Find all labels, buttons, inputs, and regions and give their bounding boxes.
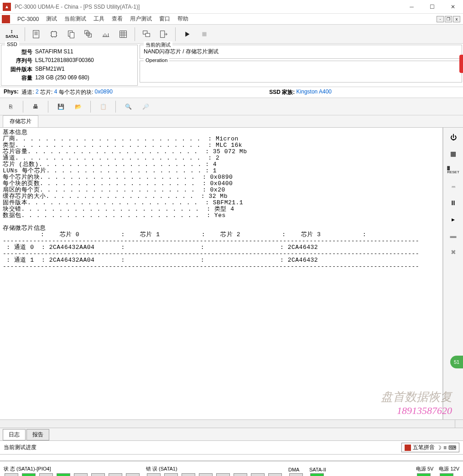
- side-reset-icon[interactable]: ▓RESET: [447, 164, 460, 176]
- tb-copy-icon[interactable]: [63, 26, 79, 42]
- minimize-button[interactable]: ─: [401, 0, 422, 14]
- phys-line: Phys: 通道: 2 芯片: 4 每个芯片的块: 0x0890 SSD 家族:…: [0, 87, 463, 98]
- fw-label: 固件版本: [3, 66, 35, 73]
- led-indicator: [234, 473, 247, 476]
- app-icon-small: [2, 15, 10, 23]
- model-label: 型号: [3, 48, 35, 56]
- led-indicator: [126, 473, 140, 476]
- tb-page-icon[interactable]: [29, 26, 44, 42]
- menu-tools[interactable]: 工具: [90, 13, 108, 25]
- ch-value: 2: [36, 88, 39, 96]
- led-blank: [181, 473, 196, 476]
- maximize-button[interactable]: ☐: [422, 0, 442, 14]
- led-indicator: [57, 473, 70, 476]
- status-group-state: 状 态 (SATA1)-[PIO4] BSYDRDDWFDSCDRQCRRIDX…: [4, 466, 140, 476]
- red-side-tab[interactable]: [459, 55, 463, 73]
- led-indicator: [417, 473, 431, 476]
- serial-label: 序列号: [3, 57, 35, 65]
- tb2-print-icon[interactable]: 🖶: [29, 100, 42, 114]
- led-5V: 5V: [416, 473, 432, 476]
- close-button[interactable]: ✕: [442, 0, 463, 14]
- menu-view[interactable]: 查看: [108, 13, 126, 25]
- led-RQ: RQ: [288, 473, 304, 476]
- side-pause-icon[interactable]: II: [447, 197, 460, 209]
- mdi-close[interactable]: x: [453, 16, 460, 22]
- serial-value: LSL7012818803F00360: [35, 57, 94, 65]
- svg-rect-1: [52, 31, 57, 36]
- fw-value: SBFM21W1: [35, 66, 65, 73]
- titlebar: ▲ PC-3000 UDMA-E - China - [PS SSD Utili…: [0, 0, 463, 14]
- err-title: 错 误 (SATA1): [146, 466, 283, 473]
- led-indicator: [440, 473, 453, 476]
- tab-row: 存储芯片: [0, 115, 463, 128]
- ime-icon: [405, 445, 411, 451]
- tab-report[interactable]: 报告: [26, 429, 49, 440]
- info-row: SSD 型号SATAFIRM S11 序列号LSL7012818803F0036…: [0, 44, 463, 87]
- tb-windows-icon[interactable]: [139, 26, 154, 42]
- led-indicator: [199, 473, 213, 476]
- led-ABR: ABR: [233, 473, 248, 476]
- tb-exit-icon[interactable]: [156, 26, 172, 42]
- ime-indicator[interactable]: 五笔拼音 ☽ ≡ ⌨: [401, 443, 459, 452]
- stop-button[interactable]: [197, 26, 212, 42]
- svg-rect-3: [70, 32, 74, 38]
- led-indicator: [39, 473, 53, 476]
- svg-rect-11: [202, 32, 206, 36]
- tb2-copy-icon[interactable]: 📋: [96, 100, 110, 114]
- tb-chip-icon[interactable]: [46, 26, 62, 42]
- tb-stack-icon[interactable]: [81, 26, 96, 42]
- led-IDX: IDX: [108, 473, 123, 476]
- side-settings-icon[interactable]: ✖: [447, 246, 460, 258]
- side-connector-icon[interactable]: ⎓: [447, 181, 460, 192]
- led-UNC: UNC: [163, 473, 179, 476]
- led-blank: [215, 473, 231, 476]
- svg-rect-10: [161, 31, 165, 37]
- menu-test[interactable]: 测试: [42, 13, 61, 25]
- led-indicator: [147, 473, 161, 476]
- phys-label: Phys:: [4, 88, 19, 96]
- side-power-icon[interactable]: ⏻: [447, 131, 460, 143]
- status-bar: 状 态 (SATA1)-[PIO4] BSYDRDDWFDSCDRQCRRIDX…: [0, 461, 463, 476]
- side-module-icon[interactable]: ▬: [447, 230, 460, 242]
- mdi-restore[interactable]: ❐: [445, 16, 452, 22]
- sata-indicator[interactable]: ⟟SATA1: [3, 26, 21, 42]
- play-button[interactable]: [179, 26, 195, 42]
- led-AMN: AMN: [267, 473, 283, 476]
- family-label: SSD 家族:: [269, 88, 295, 96]
- sata2-title: SATA-II: [309, 467, 326, 473]
- ssd-legend: SSD: [5, 41, 19, 47]
- p12-title: 电源 12V: [439, 466, 459, 473]
- side-chip-icon[interactable]: ▦: [447, 148, 460, 160]
- led-INF: INF: [198, 473, 213, 476]
- tb2-export-icon[interactable]: ⎘: [4, 100, 17, 114]
- info-content: 基本信息 厂商. . . . . . . . . . . . . . . . .…: [0, 128, 443, 419]
- side-step-icon[interactable]: ▸: [447, 213, 460, 225]
- tb2-find-icon[interactable]: 🔍: [121, 100, 135, 114]
- status-group-dma: DMA RQ: [288, 467, 304, 476]
- bottom-tabs: 日志 报告: [0, 428, 463, 441]
- test-path: NAND闪存芯片 / 存储芯片测试: [144, 48, 458, 56]
- led-indicator: [5, 473, 18, 476]
- tab-log[interactable]: 日志: [3, 429, 26, 440]
- tb2-save-icon[interactable]: 💾: [54, 100, 68, 114]
- float-badge[interactable]: 51: [450, 356, 463, 368]
- p5-title: 电源 5V: [416, 466, 434, 473]
- status-group-p5: 电源 5V 5V: [416, 466, 434, 476]
- menu-window[interactable]: 窗口: [156, 13, 174, 25]
- test-panel: 当前的测试 NAND闪存芯片 / 存储芯片测试 Operation: [140, 45, 462, 86]
- tb-grid-icon[interactable]: [115, 26, 131, 42]
- led-indicator: [91, 473, 105, 476]
- tb-ruler-icon[interactable]: [98, 26, 114, 42]
- tb2-find-next-icon[interactable]: 🔎: [139, 100, 152, 114]
- menu-help[interactable]: 帮助: [174, 13, 192, 25]
- menu-user-test[interactable]: 用户测试: [126, 13, 156, 25]
- led-12V: 12V: [439, 473, 454, 476]
- mdi-minimize[interactable]: -: [437, 16, 444, 22]
- tb2-open-icon[interactable]: 📂: [71, 100, 85, 114]
- menu-app[interactable]: PC-3000: [14, 14, 42, 24]
- led-indicator: [268, 473, 282, 476]
- menu-current-test[interactable]: 当前测试: [61, 13, 90, 25]
- tab-storage-chip[interactable]: 存储芯片: [3, 115, 38, 127]
- horizontal-scrollbar[interactable]: [0, 420, 463, 428]
- cap-value: 128 GB (250 069 680): [35, 74, 89, 82]
